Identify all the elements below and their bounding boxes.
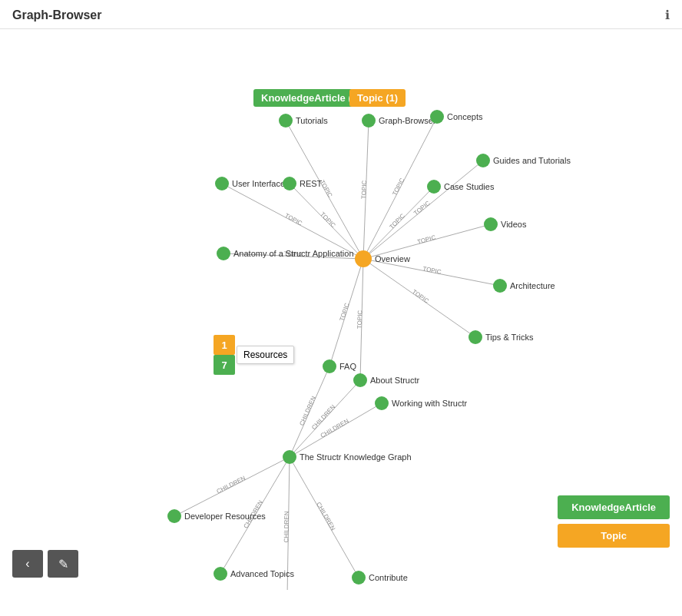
node-label-graph-browser: Graph-Browser [379, 116, 436, 125]
svg-text:TOPIC: TOPIC [412, 200, 432, 217]
node-circle-the-structr-kg [283, 450, 296, 464]
node-label-tutorials: Tutorials [296, 116, 328, 125]
resources-popup[interactable]: Resources [237, 346, 294, 364]
node-case-studies[interactable]: Case Studies [427, 180, 494, 194]
node-anatomy[interactable]: Anatomy of a Structr Application [217, 247, 354, 260]
node-guides-tutorials[interactable]: Guides and Tutorials [476, 154, 571, 167]
svg-text:CHILDREN: CHILDREN [315, 501, 336, 532]
node-circle-working-structr [375, 396, 389, 410]
node-label-user-interface: User Interface [232, 179, 285, 188]
node-architecture[interactable]: Architecture [493, 279, 555, 293]
stacked-badges[interactable]: 1 7 [214, 335, 235, 375]
node-circle-anatomy [217, 247, 230, 260]
node-videos[interactable]: Videos [484, 217, 526, 231]
node-label-contribute: Contribute [369, 573, 408, 582]
node-tips-tricks[interactable]: Tips & Tricks [468, 330, 534, 344]
back-button[interactable]: ‹ [12, 550, 43, 578]
node-faq[interactable]: FAQ [323, 359, 356, 373]
green-count-badge: 7 [214, 355, 235, 375]
svg-text:TOPIC: TOPIC [319, 210, 337, 229]
node-circle-graph-browser [362, 114, 376, 128]
node-label-advanced-topics: Advanced Topics [230, 569, 294, 578]
svg-text:TOPIC: TOPIC [283, 212, 303, 227]
node-label-tips-tricks: Tips & Tricks [485, 333, 534, 342]
node-working-structr[interactable]: Working with Structr [375, 396, 467, 410]
node-label-rest: REST [300, 179, 322, 188]
svg-text:TOPIC: TOPIC [411, 288, 430, 304]
node-label-guides-tutorials: Guides and Tutorials [493, 156, 571, 165]
node-circle-concepts [430, 110, 444, 124]
node-circle-tips-tricks [468, 330, 482, 344]
node-developer-resources[interactable]: Developer Resources [167, 509, 266, 523]
svg-text:TOPIC: TOPIC [388, 212, 406, 230]
svg-text:TOPIC: TOPIC [422, 265, 442, 276]
node-label-developer-resources: Developer Resources [184, 512, 266, 521]
node-circle-about-structr [353, 373, 367, 387]
node-circle-guides-tutorials [476, 154, 490, 167]
node-label-videos: Videos [501, 220, 526, 229]
node-circle-contribute [352, 571, 366, 585]
legend-topic[interactable]: Topic [558, 524, 670, 548]
info-icon[interactable]: ℹ [665, 8, 670, 22]
svg-text:TOPIC: TOPIC [339, 302, 351, 322]
node-user-interface[interactable]: User Interface [215, 177, 285, 190]
node-advanced-topics[interactable]: Advanced Topics [214, 567, 294, 581]
node-about-structr[interactable]: About Structr [353, 373, 419, 387]
svg-text:TOPIC: TOPIC [416, 234, 436, 246]
legend-bottom: KnowledgeArticleTopic [558, 495, 670, 548]
node-label-concepts: Concepts [447, 112, 482, 121]
node-circle-advanced-topics [214, 567, 227, 581]
node-label-working-structr: Working with Structr [392, 399, 467, 408]
node-circle-tutorials [279, 114, 293, 128]
bottom-nav: ‹✎ [12, 550, 78, 578]
svg-text:CHILDREN: CHILDREN [216, 475, 247, 495]
node-circle-developer-resources [167, 509, 181, 523]
node-circle-faq [323, 359, 336, 373]
node-label-case-studies: Case Studies [444, 182, 494, 191]
node-contribute[interactable]: Contribute [352, 571, 408, 585]
svg-text:TOPIC: TOPIC [356, 310, 364, 329]
svg-text:TOPIC: TOPIC [391, 177, 406, 197]
node-overview[interactable]: Overview [355, 250, 410, 267]
node-tutorials[interactable]: Tutorials [279, 114, 328, 128]
node-the-structr-kg[interactable]: The Structr Knowledge Graph [283, 450, 412, 464]
node-label-faq: FAQ [339, 362, 356, 371]
graph-canvas: TOPICTOPICTOPICTOPICTOPICTOPICTOPICTOPIC… [0, 29, 682, 590]
node-circle-architecture [493, 279, 507, 293]
node-concepts[interactable]: Concepts [430, 110, 482, 124]
svg-text:CHILDREN: CHILDREN [283, 511, 290, 542]
node-circle-user-interface [215, 177, 229, 190]
node-graph-browser[interactable]: Graph-Browser [362, 114, 436, 128]
app-header: Graph-Browser ℹ [0, 0, 682, 29]
svg-text:TOPIC: TOPIC [360, 180, 368, 199]
node-circle-videos [484, 217, 498, 231]
node-label-overview: Overview [375, 254, 410, 263]
node-circle-overview [355, 250, 372, 267]
edit-button[interactable]: ✎ [48, 550, 78, 578]
node-rest[interactable]: REST [283, 177, 322, 190]
app-title: Graph-Browser [12, 8, 101, 22]
node-label-the-structr-kg: The Structr Knowledge Graph [300, 452, 412, 462]
node-label-architecture: Architecture [510, 281, 555, 290]
topic-badge[interactable]: Topic (1) [349, 89, 406, 107]
node-circle-rest [283, 177, 296, 190]
node-label-anatomy: Anatomy of a Structr Application [233, 249, 354, 258]
orange-count-badge: 1 [214, 335, 235, 355]
legend-knowledge-article[interactable]: KnowledgeArticle [558, 495, 670, 519]
node-circle-case-studies [427, 180, 441, 194]
node-label-about-structr: About Structr [370, 376, 419, 385]
